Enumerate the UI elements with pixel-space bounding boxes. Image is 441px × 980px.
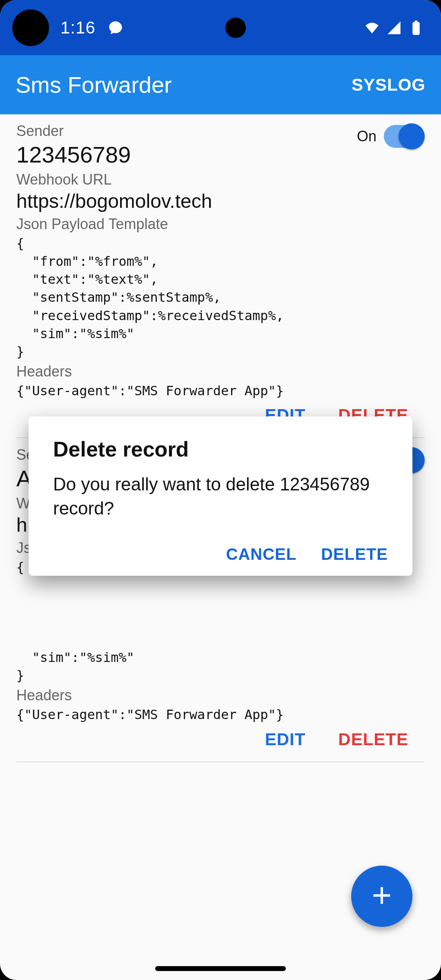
dialog-title: Delete record xyxy=(53,437,388,461)
cancel-button[interactable]: CANCEL xyxy=(226,545,297,564)
delete-confirm-dialog: Delete record Do you really want to dele… xyxy=(29,416,412,576)
screen-root: 1:16 Sms Forwarder SYSLOG xyxy=(0,0,441,980)
dialog-message: Do you really want to delete 123456789 r… xyxy=(53,472,388,521)
confirm-delete-button[interactable]: DELETE xyxy=(321,545,388,564)
nav-home-indicator[interactable] xyxy=(155,966,286,971)
